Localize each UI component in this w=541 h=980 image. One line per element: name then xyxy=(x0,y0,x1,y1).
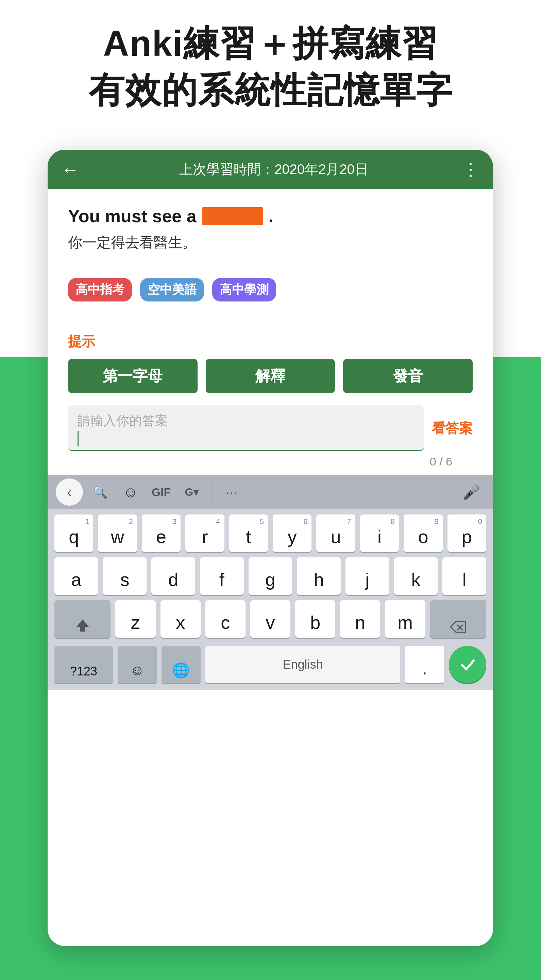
key-enter[interactable] xyxy=(449,646,486,683)
key-p[interactable]: 0p xyxy=(447,514,486,552)
key-l[interactable]: l xyxy=(443,557,486,595)
key-c[interactable]: c xyxy=(205,600,246,638)
hint-first-letter[interactable]: 第一字母 xyxy=(68,359,198,393)
tag-gaokao: 高中指考 xyxy=(68,278,132,301)
key-n[interactable]: n xyxy=(340,600,380,638)
key-num-2: 2 xyxy=(129,517,133,526)
key-e[interactable]: 3e xyxy=(142,514,181,552)
mic-icon: 🎤 xyxy=(462,484,480,501)
key-num-7: 7 xyxy=(347,517,351,526)
key-a[interactable]: a xyxy=(54,557,98,595)
key-b[interactable]: b xyxy=(295,600,335,638)
key-h[interactable]: h xyxy=(297,557,341,595)
key-num-switch[interactable]: ?123 xyxy=(54,646,113,683)
key-num-3: 3 xyxy=(172,517,176,526)
key-s[interactable]: s xyxy=(103,557,147,595)
hint-explanation[interactable]: 解釋 xyxy=(206,359,335,393)
hint-buttons: 第一字母 解釋 發音 xyxy=(68,359,473,393)
keyboard-divider xyxy=(211,482,212,502)
title-line2: 有效的系統性記憶單字 xyxy=(0,67,541,114)
space-label: English xyxy=(282,657,323,672)
see-answer-button[interactable]: 看答案 xyxy=(432,419,473,438)
back-button[interactable]: ← xyxy=(61,159,79,180)
key-num-8: 8 xyxy=(391,517,395,526)
keyboard-mic-button[interactable]: 🎤 xyxy=(458,480,485,504)
menu-button[interactable]: ⋮ xyxy=(462,159,479,180)
key-globe[interactable]: 🌐 xyxy=(162,646,201,683)
key-g[interactable]: g xyxy=(249,557,292,595)
gif-label: GIF xyxy=(152,485,171,499)
key-num-1: 1 xyxy=(85,517,89,526)
keyboard-back-button[interactable]: ‹ xyxy=(56,479,83,506)
phone-mockup: ← 上次學習時間：2020年2月20日 ⋮ You must see a . 你… xyxy=(48,150,493,946)
tags-row: 高中指考 空中美語 高中學測 xyxy=(68,278,473,301)
blank-box xyxy=(202,207,263,225)
checkmark-icon xyxy=(459,656,476,673)
key-v[interactable]: v xyxy=(250,600,290,638)
key-space[interactable]: English xyxy=(205,646,401,683)
key-x[interactable]: x xyxy=(160,600,201,638)
search-icon: 🔍 xyxy=(92,485,108,499)
key-i[interactable]: 8i xyxy=(360,514,399,552)
key-period[interactable]: . xyxy=(405,646,444,683)
keyboard: ‹ 🔍 ☺ GIF G▾ ··· 🎤 xyxy=(48,475,493,690)
keyboard-back-icon: ‹ xyxy=(67,484,72,501)
key-t[interactable]: 5t xyxy=(229,514,268,552)
key-z[interactable]: z xyxy=(115,600,155,638)
char-count: 0 / 6 xyxy=(68,455,473,468)
key-f[interactable]: f xyxy=(200,557,244,595)
globe-icon: 🌐 xyxy=(172,662,190,679)
key-emoji[interactable]: ☺ xyxy=(117,646,157,683)
sentence-suffix: . xyxy=(269,206,273,226)
key-num-0: 0 xyxy=(478,517,482,526)
keyboard-search-button[interactable]: 🔍 xyxy=(86,480,114,504)
answer-row: 請輸入你的答案 看答案 xyxy=(68,405,473,451)
sentence-line: You must see a . xyxy=(68,206,473,226)
keyboard-toolbar: ‹ 🔍 ☺ GIF G▾ ··· 🎤 xyxy=(48,475,493,509)
translate-icon: G▾ xyxy=(185,485,199,498)
key-d[interactable]: d xyxy=(151,557,195,595)
key-w[interactable]: 2w xyxy=(98,514,137,552)
app-bar: ← 上次學習時間：2020年2月20日 ⋮ xyxy=(48,150,493,189)
key-num-6: 6 xyxy=(303,517,308,526)
keyboard-gif-button[interactable]: GIF xyxy=(148,480,175,504)
card-content: You must see a . 你一定得去看醫生。 高中指考 空中美語 高中學… xyxy=(48,189,493,322)
app-bar-title: 上次學習時間：2020年2月20日 xyxy=(86,160,462,179)
translation: 你一定得去看醫生。 xyxy=(68,233,473,252)
hint-section: 提示 第一字母 解釋 發音 請輸入你的答案 看答案 0 / 6 xyxy=(48,322,493,475)
title-line1: Anki練習＋拼寫練習 xyxy=(0,21,541,67)
tag-highschool: 高中學測 xyxy=(212,278,276,301)
key-num-9: 9 xyxy=(434,517,438,526)
keyboard-emoji-button[interactable]: ☺ xyxy=(117,480,144,504)
backspace-key[interactable] xyxy=(430,600,486,638)
key-y[interactable]: 6y xyxy=(273,514,311,552)
keyboard-row-1: 1q 2w 3e 4r 5t 6y 7u 8i 9o 0p xyxy=(54,514,486,552)
shift-key[interactable] xyxy=(54,600,111,638)
answer-input[interactable]: 請輸入你的答案 xyxy=(68,405,424,451)
keyboard-rows: 1q 2w 3e 4r 5t 6y 7u 8i 9o 0p a s d f g … xyxy=(48,509,493,646)
key-num-5: 5 xyxy=(260,517,264,526)
key-k[interactable]: k xyxy=(394,557,438,595)
sentence-prefix: You must see a xyxy=(68,206,197,226)
keyboard-more-button[interactable]: ··· xyxy=(218,480,246,504)
shift-icon xyxy=(75,618,90,633)
key-m[interactable]: m xyxy=(385,600,425,638)
svg-marker-0 xyxy=(76,619,89,632)
key-u[interactable]: 7u xyxy=(316,514,355,552)
hint-label: 提示 xyxy=(68,332,473,351)
tag-air-english: 空中美語 xyxy=(140,278,204,301)
key-q[interactable]: 1q xyxy=(54,514,93,552)
key-r[interactable]: 4r xyxy=(185,514,224,552)
answer-cursor xyxy=(78,431,79,446)
backspace-icon xyxy=(450,620,466,633)
hint-pronunciation[interactable]: 發音 xyxy=(343,359,473,393)
more-icon: ··· xyxy=(226,485,238,499)
emoji-icon: ☺ xyxy=(123,484,138,501)
keyboard-translate-button[interactable]: G▾ xyxy=(178,480,205,504)
keyboard-bottom-row: ?123 ☺ 🌐 English . xyxy=(48,646,493,690)
key-j[interactable]: j xyxy=(346,557,389,595)
answer-placeholder: 請輸入你的答案 xyxy=(78,412,414,430)
key-o[interactable]: 9o xyxy=(404,514,443,552)
keyboard-row-3: z x c v b n m xyxy=(54,600,486,638)
emoji-key-icon: ☺ xyxy=(130,662,144,679)
